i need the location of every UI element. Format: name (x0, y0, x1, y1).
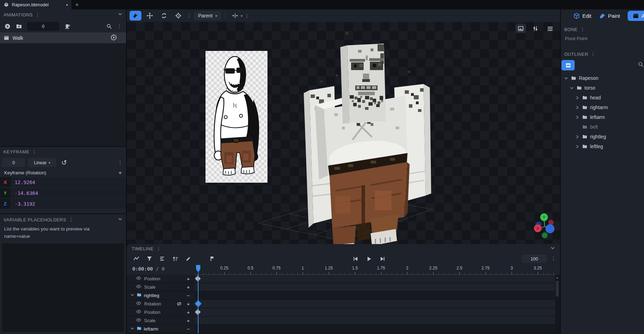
axis-value-field[interactable]: 12.9264 (10, 177, 126, 187)
node-chevron-icon[interactable] (575, 115, 580, 120)
outliner-node[interactable]: head (561, 93, 644, 103)
variable-placeholders-menu-icon[interactable]: ⋮ (69, 217, 73, 222)
track-lane[interactable] (195, 275, 555, 282)
search-animations-icon[interactable] (106, 23, 112, 29)
track-lane[interactable] (195, 291, 555, 299)
playhead-handle[interactable] (196, 265, 201, 272)
rotation-space-select[interactable]: Parent ▾ (194, 11, 221, 20)
channel-visibility-icon[interactable] (136, 275, 141, 282)
node-chevron-icon[interactable] (569, 86, 574, 90)
new-tab-button[interactable]: + (71, 0, 83, 9)
track-chevron-icon[interactable] (130, 293, 134, 298)
timeline-track-row[interactable]: Rotation + (127, 300, 560, 308)
track-lane[interactable] (195, 300, 555, 308)
track-action-button[interactable]: − (187, 326, 190, 332)
timeline-track-row[interactable]: rightleg − (127, 291, 560, 299)
outliner-node[interactable]: Rapeson (561, 73, 644, 83)
keyframe-time-input[interactable] (2, 158, 25, 167)
node-chevron-icon[interactable] (575, 96, 580, 100)
variable-placeholders-collapse-icon[interactable] (118, 217, 123, 223)
track-action-button[interactable]: + (187, 318, 190, 324)
channel-visibility-icon[interactable] (136, 284, 141, 290)
previous-frame-button[interactable] (352, 256, 358, 262)
timeline-track-row[interactable]: Scale + (127, 283, 560, 291)
animations-toolbar-menu-icon[interactable]: ⋮ (117, 24, 122, 29)
viewport-settings-button[interactable] (530, 24, 541, 33)
channel-visibility-icon[interactable] (136, 317, 141, 324)
animation-item[interactable]: Walk (0, 32, 126, 43)
tracks-scrollbar[interactable]: ▲ (556, 276, 559, 297)
snap-menu-icon[interactable]: ⋮ (245, 13, 249, 18)
edit-mode-button[interactable] (185, 256, 192, 262)
node-chevron-icon[interactable] (575, 105, 580, 110)
outliner-node[interactable]: belt (561, 122, 644, 132)
track-lane[interactable] (195, 317, 555, 324)
node-chevron-icon[interactable] (564, 76, 568, 81)
animations-menu-icon[interactable]: ⋮ (35, 12, 40, 17)
playhead-line[interactable] (198, 274, 199, 333)
track-action-button[interactable]: + (187, 276, 190, 282)
reference-image[interactable] (205, 51, 267, 183)
view-axis-gizmo[interactable]: Y X (533, 208, 557, 239)
mode-paint-button[interactable]: Paint (599, 13, 620, 19)
snap-options-chevron-icon[interactable]: ▾ (241, 14, 242, 18)
interpolation-select[interactable]: Linear ▾ (28, 158, 56, 167)
outliner-node[interactable]: rightleg (561, 132, 644, 142)
animations-collapse-icon[interactable] (118, 12, 123, 18)
axis-value-field[interactable]: -14.6364 (10, 188, 126, 198)
animation-effects-icon[interactable] (64, 23, 71, 30)
graph-editor-button[interactable] (133, 256, 140, 262)
scroll-up-icon[interactable]: ▲ (556, 276, 559, 279)
timeline-collapse-icon[interactable] (550, 245, 555, 252)
channel-visibility-icon[interactable] (136, 301, 141, 307)
outliner-node[interactable]: torso (561, 83, 644, 93)
outliner-node[interactable]: leftleg (561, 142, 644, 151)
rescale-tool-button[interactable] (158, 11, 170, 21)
next-frame-button[interactable] (380, 256, 386, 262)
node-chevron-icon[interactable] (575, 144, 580, 149)
outliner-node[interactable]: leftarm (561, 112, 644, 122)
track-lane[interactable] (195, 283, 555, 291)
add-keyframe-channel-button[interactable]: + (118, 169, 122, 176)
snap-keyframe-button[interactable] (232, 12, 239, 19)
track-lane[interactable] (195, 325, 555, 333)
sort-channels-button[interactable] (172, 256, 179, 262)
import-animation-button[interactable] (16, 23, 22, 30)
track-action-button[interactable]: − (187, 293, 190, 298)
timeline-track-row[interactable]: Scale + (127, 317, 560, 324)
axis-z-ball[interactable] (545, 224, 554, 233)
keyframe-controls-menu-icon[interactable]: ⋮ (118, 160, 123, 165)
keyframe-menu-icon[interactable]: ⋮ (32, 149, 37, 154)
pivot-tool-button[interactable] (172, 11, 184, 21)
track-action-button[interactable]: + (187, 284, 190, 290)
file-tab[interactable]: Rapeson.bbmodel ● (0, 0, 71, 9)
scrollbar-thumb[interactable] (556, 281, 559, 297)
outliner-node[interactable]: rightarm (561, 103, 644, 112)
reset-keyframe-icon[interactable]: ↺ (61, 159, 67, 167)
play-animation-button[interactable] (110, 34, 117, 42)
axis-value-field[interactable]: -3.3192 (10, 199, 126, 209)
timeline-menu-icon[interactable]: ⋮ (156, 246, 161, 251)
outliner-menu-icon[interactable]: ⋮ (591, 52, 596, 56)
bone-menu-icon[interactable]: ⋮ (580, 27, 585, 32)
track-action-button[interactable]: + (187, 309, 190, 315)
keyframe-hidden-icon[interactable] (177, 301, 182, 306)
variable-placeholders-input[interactable] (2, 243, 124, 332)
add-animation-button[interactable] (4, 23, 11, 30)
mode-animate-button[interactable]: Animate (628, 11, 644, 21)
timeline-toolbar-menu-icon[interactable]: ⋮ (551, 256, 556, 261)
timeline-ruler[interactable]: 0.250.50.7511.251.51.7522.252.52.7533.25 (195, 264, 555, 275)
search-outliner-icon[interactable] (638, 61, 644, 69)
node-chevron-icon[interactable] (575, 135, 580, 139)
timeline-track-row[interactable]: Position + (127, 308, 560, 316)
timeline-track-row[interactable]: Position + (127, 275, 560, 282)
timeline-track-row[interactable]: leftarm − (127, 325, 560, 333)
track-action-button[interactable]: + (187, 301, 190, 307)
marker-flag-button[interactable] (209, 256, 216, 262)
channel-visibility-icon[interactable] (136, 309, 141, 316)
timeline-zoom-input[interactable] (522, 255, 547, 263)
axis-neg-y-ball[interactable] (542, 233, 548, 238)
play-button[interactable] (366, 256, 372, 262)
toolbar-menu-icon[interactable]: ⋮ (187, 13, 192, 18)
outliner-view-toggle-button[interactable] (561, 60, 575, 70)
